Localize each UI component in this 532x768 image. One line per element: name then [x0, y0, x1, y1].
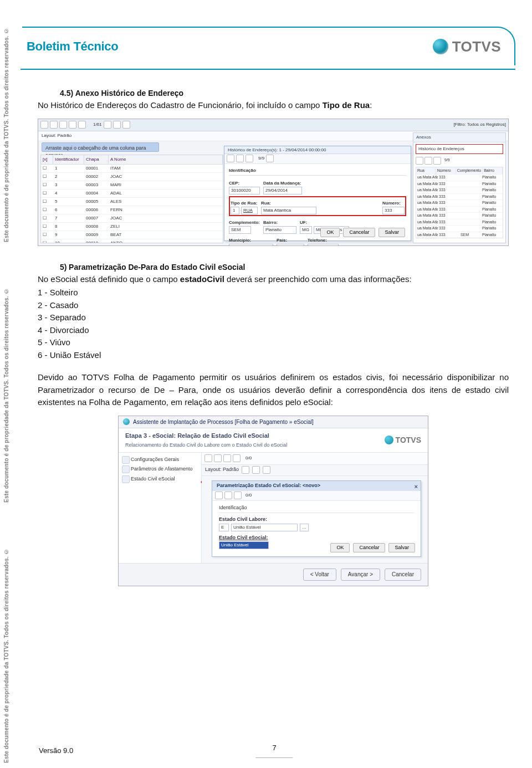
close-icon[interactable]: × [415, 482, 418, 491]
toolbar-icon[interactable] [233, 454, 241, 462]
col-numero[interactable]: Número [436, 167, 456, 175]
toolbar-icon[interactable] [227, 155, 234, 162]
toolbar-icon[interactable] [59, 121, 67, 129]
toolbar-icon[interactable] [40, 121, 48, 129]
tipo-rua-lookup[interactable]: RUA [241, 207, 258, 214]
cancel-button[interactable]: Cancelar [385, 569, 421, 581]
col-rua[interactable]: Rua [416, 167, 436, 175]
toolbar-icon[interactable] [223, 454, 231, 462]
table-row[interactable]: ☐300003MARI [41, 181, 223, 190]
page-header: Boletim Técnico TOTVS [22, 27, 515, 65]
tree-item-config-gerais[interactable]: Configurações Gerais [121, 455, 199, 465]
back-button[interactable]: < Voltar [303, 569, 336, 581]
toolbar-icon[interactable] [78, 121, 86, 129]
section-title: Parametrização De-Para do Estado Civil e… [69, 263, 245, 272]
toolbar-icon[interactable] [266, 155, 274, 162]
watermark-text: Este documento é de propriedade da TOTVS… [3, 28, 12, 242]
toolbar-icon[interactable] [424, 157, 432, 165]
toolbar-icon[interactable] [234, 491, 242, 499]
lookup-button[interactable]: … [300, 524, 309, 531]
toolbar-icon[interactable] [50, 121, 58, 129]
list-item: 5 - Viúvo [38, 336, 509, 349]
toolbar-icon[interactable] [236, 155, 244, 162]
list-item[interactable]: ua Mata Atlantica333SEMPlanalto [416, 232, 503, 238]
list-item[interactable]: ua Mata Atlantica333Planalto [416, 212, 503, 219]
municipio-input[interactable]: Belo Horizonte [229, 244, 273, 246]
table-row[interactable]: ☐900009BEAT [41, 231, 223, 239]
toolbar-icon[interactable] [104, 121, 111, 129]
tab-identificacao[interactable]: Identificação [229, 168, 256, 173]
toolbar-icon[interactable] [245, 155, 253, 162]
tree-item-estado-civil-esocial[interactable]: Estado Civil eSocial [121, 474, 199, 484]
toolbar-icon[interactable] [122, 121, 130, 129]
complemento-label: Complemento: [229, 219, 260, 226]
data-mudanca-input[interactable]: 29/04/2014 [263, 187, 302, 194]
list-item[interactable]: ua Mata Atlantica333Planalto [416, 181, 503, 187]
layout-selector[interactable]: Layout: Padrão [205, 466, 239, 474]
bairro-input[interactable]: Planalto [263, 226, 296, 234]
save-button[interactable]: Salvar [388, 543, 415, 552]
tab-identificacao[interactable]: Identificação [219, 505, 247, 510]
toolbar-icon[interactable] [204, 454, 212, 462]
list-item[interactable]: ua Mata Atlantica333Planalto [416, 219, 503, 226]
table-row[interactable]: ☐600006FERN [41, 206, 223, 214]
table-row[interactable]: ☐800008ZELI [41, 223, 223, 231]
toolbar-icon[interactable] [214, 454, 222, 462]
pais-input[interactable]: Brasil [277, 244, 304, 246]
toolbar-icon[interactable] [215, 491, 223, 499]
anexo-historico-enderecos[interactable]: Histórico de Endereços [416, 144, 503, 154]
watermark-text: Este documento é de propriedade da TOTVS… [3, 288, 12, 503]
toolbar-icon[interactable] [113, 121, 121, 129]
toolbar-icon[interactable] [263, 466, 270, 474]
col-complemento[interactable]: Complemento [456, 167, 483, 175]
toolbar-icon[interactable] [242, 466, 249, 474]
table-row[interactable]: ☐500005ALES [41, 198, 223, 206]
table-row[interactable]: ☐700007JOAC [41, 214, 223, 223]
list-item[interactable]: ua Mata Atlantica333Planalto [416, 206, 503, 213]
toolbar-icon[interactable] [69, 121, 76, 129]
page-number: 7 [272, 744, 276, 752]
list-item[interactable]: ua Mata Atlantica333Planalto [416, 199, 503, 206]
numero-input[interactable]: 333 [382, 207, 405, 214]
rua-input[interactable]: Mata Atlantica [261, 207, 316, 214]
section-number: 5) [60, 263, 66, 272]
list-item[interactable]: ua Mata Atlantica333Planalto [416, 225, 503, 232]
table-row[interactable]: ☐100001ITAM [41, 165, 223, 173]
wizard-tree: Configurações Gerais Parâmetros de Afast… [119, 453, 202, 563]
labore-value[interactable]: União Estável [231, 524, 298, 531]
esocial-select[interactable]: União Estável [219, 541, 269, 549]
toolbar-icon[interactable] [416, 157, 423, 165]
toolbar-icon[interactable] [252, 466, 260, 474]
ok-button[interactable]: OK [320, 228, 340, 237]
col-bairro[interactable]: Bairro [483, 167, 503, 175]
rua-label: Rua: [261, 200, 316, 207]
cancel-button[interactable]: Cancelar [343, 228, 375, 237]
filter-label[interactable]: [Filtro: Todos os Registros] [453, 121, 506, 128]
ok-button[interactable]: OK [330, 543, 350, 552]
uf-input[interactable]: MG [300, 226, 312, 234]
table-row[interactable]: ☐400004ADAL [41, 190, 223, 198]
toolbar-icon[interactable] [433, 157, 441, 165]
complemento-input[interactable]: SEM [229, 226, 251, 234]
list-item[interactable]: ua Mata Atlantica333Planalto [416, 174, 503, 181]
cep-input[interactable]: 30100020 [229, 187, 260, 194]
save-button[interactable]: Salvar [378, 228, 405, 237]
toolbar-icon[interactable] [224, 491, 232, 499]
version-label: Versão 9.0 [39, 746, 73, 755]
labore-code-input[interactable]: E [219, 524, 229, 531]
telefone-label: Telefone: [308, 237, 339, 244]
totvs-logo-ring-icon [433, 39, 448, 54]
next-button[interactable]: Avançar > [341, 569, 380, 581]
tree-item-param-afastamento[interactable]: Parâmetros de Afastamento [121, 464, 199, 474]
telefone-input[interactable]: 99613636 [308, 244, 339, 246]
list-item[interactable]: ua Mata Atlantica333Planalto [416, 193, 503, 200]
cancel-button[interactable]: Cancelar [353, 543, 385, 552]
table-row[interactable]: ☐1000010ANTO [41, 239, 223, 243]
totvs-logo: TOTVS [433, 38, 501, 55]
layout-selector[interactable]: Layout: Padrão [42, 132, 71, 139]
table-row[interactable]: ☐200002JOAC [41, 173, 223, 181]
modal-title: Histórico de Endereço(s): 1 - 29/04/2014… [224, 146, 411, 154]
list-item[interactable]: ua Mata Atlantica333Planalto [416, 187, 503, 193]
pais-label: País: [277, 237, 304, 244]
tipo-rua-code[interactable]: 1 [231, 207, 239, 214]
